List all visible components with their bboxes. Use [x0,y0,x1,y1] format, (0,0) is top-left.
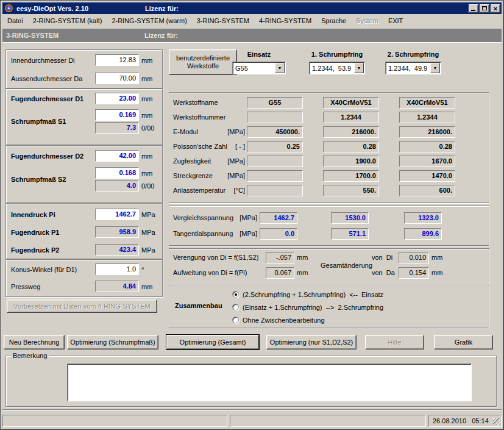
zugfestigkeit-ring2: 1670.0 [399,156,455,167]
table-row: Werkstoffnummer 1.2344 1.2344 [169,110,489,124]
d2-input[interactable]: 42.00 [95,150,139,162]
statusbar-datetime: 26.08.2010 05:14 [428,415,502,427]
gesamt-di-label: von Di [372,254,399,261]
gesamt-da-unit: mm [431,269,442,276]
s1-permille-unit: 0/00 [141,124,158,132]
remark-group: Bemerkung [5,356,497,407]
einsatz-select-value: G55 [233,65,275,72]
pi-label: Innendruck Pi [11,211,95,218]
zugfestigkeit-einsatz [247,156,303,167]
table-row: E-Modul [MPa] 450000. 216000. 216000. [169,124,489,139]
s2-input[interactable]: 0.168 [95,167,139,179]
menu-exit[interactable]: EXIT [383,16,408,26]
einsatz-header: Einsatz [232,51,286,58]
assembly-option-1-label: (2.Schrumpfring + 1.Schrumpfring) <-- Ei… [243,291,383,298]
assembly-option-2[interactable]: (Einsatz + 1.Schrumpfring) --> 2.Schrump… [232,301,383,314]
p2-field: 423.4 [95,244,139,256]
emodul-label: E-Modul [173,128,227,135]
poisson-ring2: 0.28 [399,141,455,152]
di-input[interactable]: 12.83 [95,54,139,66]
close-icon: × [494,5,497,12]
emodul-unit: [MPa] [227,128,245,135]
assembly-option-1[interactable]: (2.Schrumpfring + 1.Schrumpfring) <-- Ei… [232,288,383,301]
streckgrenze-einsatz [247,170,303,182]
aufweitung-field: 0.067 [266,267,294,279]
aufweitung-label: Aufweitung von Di = f(Pi) [173,269,266,276]
optimierung-s1d2s2-button[interactable]: Optimierung (nur S1,D2,S2) [266,335,357,349]
statusbar-panel-middle [230,415,426,427]
ring1-select[interactable]: 1.2344, 53.9 ▼ [309,62,365,74]
optimierung-schrumpfmass-button[interactable]: Optimierung (Schrumpfmaß) [67,335,158,349]
close-button[interactable]: × [491,4,500,13]
vergleichsspannung-ring1: 1530.0 [331,212,369,224]
pressure-group: Innendruck Pi 1462.7 MPa Fugendruck P1 9… [5,203,163,259]
pi-unit: MPa [141,211,158,218]
grafik-button[interactable]: Grafik [434,335,493,349]
menu-system: System [351,16,383,26]
joint2-group: Fugendurchmesser D2 42.00 mm Schrumpfmaß… [5,145,163,203]
da-input[interactable]: 70.00 [95,73,139,84]
ring2-select[interactable]: 1.2344, 49.9 ▼ [385,62,441,74]
menu-2ring-kalt[interactable]: 2-RING-SYSTEM (kalt) [28,16,107,26]
optimierung-gesamt-button[interactable]: Optimierung (Gesamt) [166,335,259,349]
ring2-header: 2. Schrumpfring [385,51,441,58]
emodul-ring1: 216000. [323,126,379,138]
ring2-dropdown-icon[interactable]: ▼ [430,63,440,73]
poisson-unit: [ - ] [227,143,245,150]
streckgrenze-label: Streckgrenze [173,172,227,179]
pi-input[interactable]: 1462.7 [95,209,139,220]
konus-unit: ° [141,266,158,273]
zusammenbau-label: Zusammenbau [175,302,222,309]
ring1-dropdown-icon[interactable]: ▼ [354,63,364,73]
table-row: Werkstoffname G55 X40CrMoV51 X40CrMoV51 [169,95,489,110]
menu-2ring-warm[interactable]: 2-RING-SYSTEM (warm) [107,16,191,26]
s1-label: Schrumpfmaß S1 [11,118,95,125]
neu-berechnung-button[interactable]: Neu Berechnung [4,335,65,349]
custom-materials-button[interactable]: benutzerdefinierte Werkstoffe [169,49,237,75]
app-icon[interactable] [5,4,13,12]
menu-datei[interactable]: Datei [2,16,28,26]
da-label: Aussendurchmesser Da [11,75,95,82]
radio-icon[interactable] [232,291,239,298]
diameter-group: Innendurchmesser Di 12.83 mm Aussendurch… [5,49,163,88]
minimize-button[interactable] [469,4,478,13]
radio-icon[interactable] [232,317,239,323]
einsatz-dropdown-icon[interactable]: ▼ [275,63,285,73]
tangentialspannung-unit: [MPa] [236,230,257,237]
menubar: Datei 2-RING-SYSTEM (kalt) 2-RING-SYSTEM… [2,14,502,27]
remark-textarea[interactable] [67,364,472,401]
konus-label: Konus-Winkel (für D1) [11,266,95,273]
cone-group: Konus-Winkel (für D1) 1.0 ° Pressweg 4.8… [5,259,163,297]
maximize-icon [482,6,487,10]
s1-permille-field: 7.3 [95,122,139,134]
maximize-button[interactable] [480,4,489,13]
menu-3ring[interactable]: 3-RING-SYSTEM [192,16,254,26]
di-label: Innendurchmesser Di [11,57,95,64]
joint1-group: Fugendurchmesser D1 23.00 mm Schrumpfmaß… [5,88,163,145]
werkstoffname-ring2: X40CrMoV51 [399,97,455,109]
d1-unit: mm [141,95,158,102]
einsatz-select[interactable]: G55 ▼ [232,62,286,74]
anlasstemperatur-einsatz [247,185,303,196]
s1-input[interactable]: 0.169 [95,109,139,121]
gesamt-da-label: von Da [372,269,399,276]
poisson-ring1: 0.28 [323,141,379,152]
d2-unit: mm [141,152,158,160]
ring1-select-value: 1.2344, 53.9 [310,65,354,72]
table-row: Anlasstemperatur [°C] 550. 600. [169,183,489,198]
werkstoffnummer-ring1: 1.2344 [323,112,379,123]
p2-label: Fugendruck P2 [11,246,95,254]
d1-input[interactable]: 23.00 [95,93,139,104]
radio-icon[interactable] [232,304,239,310]
emodul-ring2: 216000. [399,126,455,138]
titlebar-license-label: Lizenz für: [145,5,179,12]
gesamtaenderung-label: Gesamtänderung [321,262,372,269]
menu-4ring[interactable]: 4-RING-SYSTEM [254,16,316,26]
table-row: Tangentialspannung [MPa] 0.0 571.1 899.6 [169,226,489,242]
app-window: eesy-DieOpt Vers. 2.10 Lizenz für: × Dat… [0,0,504,430]
s2-unit: mm [141,170,158,177]
assembly-option-3[interactable]: Ohne Zwischenbearbeitung [232,314,383,326]
menu-sprache[interactable]: Sprache [316,16,351,26]
resize-grip[interactable] [493,418,501,426]
konus-input[interactable]: 1.0 [95,263,139,275]
